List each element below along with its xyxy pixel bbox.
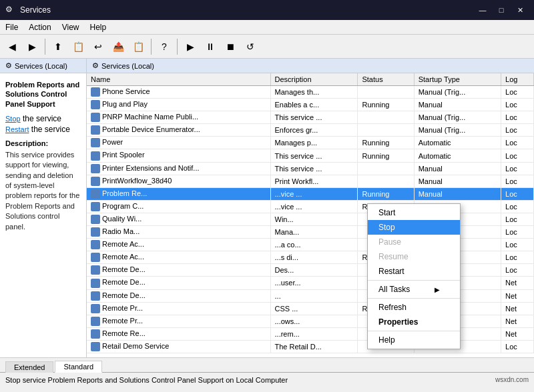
cell-desc: Print Workfl... (270, 175, 358, 187)
right-panel-header-text: Services (Local) (101, 62, 154, 70)
menu-help[interactable]: Help (85, 20, 112, 34)
context-menu-item-stop[interactable]: Stop (368, 220, 460, 235)
col-status[interactable]: Status (358, 73, 414, 86)
cell-name: Power (87, 137, 270, 149)
cell-status: Running (358, 99, 414, 111)
table-row[interactable]: Remote Ac......s di...RunningAutomaticLo… (87, 251, 534, 264)
cell-desc: ...a co... (270, 239, 358, 251)
cell-name: Problem Re... (87, 187, 270, 200)
toolbar-help[interactable]: ? (155, 37, 174, 56)
cell-startup: Manual (414, 187, 501, 200)
cell-name: PNRP Machine Name Publi... (87, 111, 270, 124)
table-row[interactable]: Phone ServiceManages th...Manual (Trig..… (87, 86, 534, 99)
services-table-scroll[interactable]: Name Description Status Startup Type Log… (87, 73, 534, 357)
toolbar-back[interactable]: ◀ (3, 37, 21, 56)
context-menu-item-restart[interactable]: Restart (368, 264, 460, 279)
table-row[interactable]: Remote Pr......ows...ManualNet (87, 315, 534, 327)
table-row[interactable]: PNRP Machine Name Publi...This service .… (87, 111, 534, 124)
toolbar-restart[interactable]: ↺ (241, 37, 260, 56)
table-row[interactable]: Remote Re......rem...DisabledNet (87, 327, 534, 340)
tab-standard[interactable]: Standard (55, 361, 102, 373)
left-panel-body: Problem Reports and Solutions Control Pa… (0, 73, 86, 239)
context-menu-item-properties[interactable]: Properties (368, 315, 460, 329)
tab-extended[interactable]: Extended (5, 361, 53, 373)
services-table-wrapper: Name Description Status Startup Type Log… (87, 73, 534, 357)
status-text: Stop service Problem Reports and Solutio… (5, 376, 288, 384)
status-bar: Stop service Problem Reports and Solutio… (0, 372, 534, 387)
table-row[interactable]: Quality Wi...Win...ManualLoc (87, 213, 534, 225)
toolbar-forward[interactable]: ▶ (23, 37, 41, 56)
title-bar-controls: — □ ✕ (474, 3, 529, 17)
table-row[interactable]: Portable Device Enumerator...Enforces gr… (87, 124, 534, 137)
table-row[interactable]: Problem Re......vice ...RunningManualLoc (87, 187, 534, 200)
cell-name: Remote De... (87, 289, 270, 302)
right-panel: ⚙ Services (Local) Name Description Stat… (87, 59, 534, 357)
col-name[interactable]: Name (87, 73, 270, 86)
cell-name: Portable Device Enumerator... (87, 124, 270, 137)
cell-log: Loc (501, 340, 534, 353)
toolbar-up[interactable]: ⬆ (49, 37, 67, 56)
table-row[interactable]: Retail Demo ServiceThe Retail D...Manual… (87, 340, 534, 353)
table-row[interactable]: PrintWorkflow_38d40Print Workfl...Manual… (87, 175, 534, 187)
left-panel: ⚙ Services (Local) Problem Reports and S… (0, 59, 87, 357)
cell-desc: ...vice ... (270, 187, 358, 200)
table-row[interactable]: Remote Ac......a co...ManualLoc (87, 239, 534, 251)
cell-desc: Win... (270, 213, 358, 225)
table-row[interactable]: Radio Ma...Mana...ManualLoc (87, 226, 534, 239)
maximize-button[interactable]: □ (493, 3, 510, 17)
toolbar-start[interactable]: ▶ (181, 37, 200, 56)
context-menu-item-pause: Pause (368, 235, 460, 249)
cell-name: Remote Re... (87, 327, 270, 340)
context-menu-item-refresh[interactable]: Refresh (368, 300, 460, 315)
left-panel-desc-label: Description: (5, 139, 81, 147)
left-panel-gear-icon: ⚙ (5, 61, 12, 70)
toolbar-show-hide[interactable]: 📋 (69, 37, 87, 56)
cell-name: Remote Pr... (87, 302, 270, 315)
cell-desc: ...ows... (270, 315, 358, 327)
table-row[interactable]: PowerManages p...RunningAutomaticLoc (87, 137, 534, 149)
table-row[interactable]: Remote De......user...ManualNet (87, 277, 534, 289)
cell-desc: The Retail D... (270, 340, 358, 353)
menu-view[interactable]: View (57, 20, 85, 34)
left-panel-restart-link[interactable]: Restart the service (5, 125, 81, 134)
table-row[interactable]: Remote De......ManualNet (87, 289, 534, 302)
cell-desc: This service ... (270, 162, 358, 175)
toolbar-stop[interactable]: ⏹ (221, 37, 240, 56)
table-row[interactable]: Plug and PlayEnables a c...RunningManual… (87, 99, 534, 111)
cell-status (358, 175, 414, 187)
cell-log: Net (501, 289, 534, 302)
left-panel-stop-link[interactable]: Stop the service (5, 114, 81, 123)
table-row[interactable]: Printer Extensions and Notif...This serv… (87, 162, 534, 175)
cell-startup: Manual (414, 175, 501, 187)
table-row[interactable]: Program C......vice ...RunningManualLoc (87, 200, 534, 213)
menu-file[interactable]: File (0, 20, 23, 34)
toolbar-pause[interactable]: ⏸ (201, 37, 220, 56)
close-button[interactable]: ✕ (511, 3, 529, 17)
toolbar-export[interactable]: 📤 (109, 37, 127, 56)
minimize-button[interactable]: — (474, 3, 491, 17)
left-panel-header: ⚙ Services (Local) (0, 59, 86, 73)
context-menu-item-help[interactable]: Help (368, 333, 460, 347)
context-menu-separator (368, 280, 460, 281)
col-log[interactable]: Log (501, 73, 534, 86)
cell-name: Print Spooler (87, 149, 270, 162)
col-startup-type[interactable]: Startup Type (414, 73, 501, 86)
cell-log: Loc (501, 86, 534, 99)
toolbar-refresh[interactable]: ↩ (89, 37, 107, 56)
stop-link[interactable]: Stop (5, 115, 21, 123)
table-row[interactable]: Remote Pr...CSS ...RunningAutomaticNet (87, 302, 534, 315)
left-panel-desc-text: This service provides support for viewin… (5, 150, 81, 232)
cell-name: Remote Ac... (87, 251, 270, 264)
menu-action[interactable]: Action (23, 20, 56, 34)
table-row[interactable]: Remote De...Des...ManualLoc (87, 264, 534, 277)
stop-link-suffix: the service (23, 114, 61, 123)
context-menu-item-all-tasks[interactable]: All Tasks▶ (368, 282, 460, 297)
col-description[interactable]: Description (270, 73, 358, 86)
context-menu-item-start[interactable]: Start (368, 205, 460, 220)
table-row[interactable]: Print SpoolerThis service ...RunningAuto… (87, 149, 534, 162)
cell-desc: Enables a c... (270, 99, 358, 111)
title-bar: ⚙ Services — □ ✕ (0, 0, 534, 20)
cell-name: Plug and Play (87, 99, 270, 111)
restart-link[interactable]: Restart (5, 125, 29, 133)
toolbar-properties[interactable]: 📋 (129, 37, 148, 56)
